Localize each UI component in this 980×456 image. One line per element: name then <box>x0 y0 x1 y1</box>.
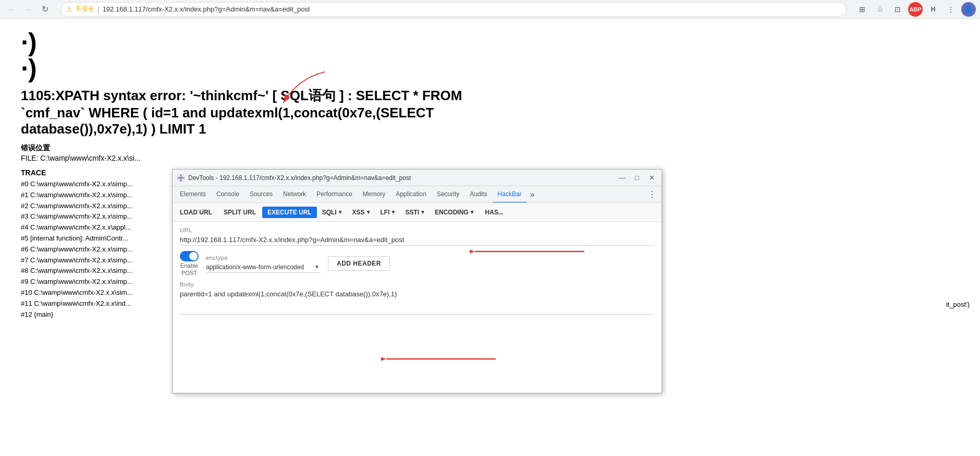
abp-icon[interactable]: ABP <box>908 2 923 17</box>
url-label: URL <box>180 227 654 233</box>
ssti-dropdown[interactable]: SSTI ▼ <box>401 207 430 218</box>
lfi-arrow: ▼ <box>391 209 396 215</box>
back-button[interactable]: ← <box>4 2 19 17</box>
devtools-logo <box>177 174 185 182</box>
xss-arrow: ▼ <box>366 209 371 215</box>
body-section: Body parentid=1 and updatexml(1,concat(0… <box>180 281 654 388</box>
sqli-dropdown[interactable]: SQLI ▼ <box>318 207 347 218</box>
smiley-line2: ·) <box>21 55 959 81</box>
enctype-arrow-icon: ▼ <box>313 264 321 270</box>
tab-application[interactable]: Application <box>390 186 432 203</box>
enable-label: Enable <box>180 262 198 269</box>
devtools-tabs: Elements Console Sources Network Perform… <box>173 186 662 203</box>
tab-security[interactable]: Security <box>432 186 464 203</box>
devtools-titlebar: DevTools - 192.168.1.117/cmfx-X2.x.x/ind… <box>173 170 662 186</box>
page-content: ·) ·) 1105:XPATH syntax error: '~thinkcm… <box>0 19 980 456</box>
address-separator: | <box>97 5 100 14</box>
hackbar-toolbar: LOAD URL SPLIT URL EXECUTE URL SQLI ▼ XS… <box>173 203 662 222</box>
smiley-display: ·) ·) <box>21 29 959 81</box>
execute-url-button[interactable]: EXECUTE URL <box>262 207 317 218</box>
post-label: POST <box>181 270 197 276</box>
devtools-minimize-button[interactable]: — <box>617 172 628 184</box>
qr-icon[interactable]: ⊞ <box>855 2 869 17</box>
hackbar-icon[interactable]: H <box>926 2 940 17</box>
address-text[interactable]: 192.168.1.117/cmfx-X2.x.x/index.php?g=Ad… <box>103 5 841 13</box>
browser-titlebar: ← → ↻ ⚠ 不安全 | 192.168.1.117/cmfx-X2.x.x/… <box>0 0 980 19</box>
tab-audits[interactable]: Audits <box>464 186 492 203</box>
enctype-label: enctype <box>206 255 321 261</box>
tab-elements[interactable]: Elements <box>175 186 211 203</box>
ssti-arrow: ▼ <box>420 209 425 215</box>
tab-network[interactable]: Network <box>278 186 311 203</box>
enable-post-toggle-container: Enable POST <box>180 251 199 276</box>
refresh-button[interactable]: ↻ <box>38 2 52 17</box>
split-url-button[interactable]: SPLIT URL <box>218 207 261 218</box>
hash-button[interactable]: HAS... <box>480 207 509 218</box>
tab-memory[interactable]: Memory <box>358 186 390 203</box>
insecure-label: 不安全 <box>76 5 94 14</box>
tab-console[interactable]: Console <box>211 186 244 203</box>
url-input[interactable] <box>180 234 654 246</box>
smiley-line1: ·) <box>21 29 959 55</box>
enctype-section: enctype application/x-www-form-urlencode… <box>206 255 321 273</box>
enctype-select-wrapper: application/x-www-form-urlencoded multip… <box>206 262 321 273</box>
post-section: Enable POST enctype application/x-www-fo… <box>180 251 654 276</box>
more-icon[interactable]: ⋮ <box>944 2 958 17</box>
devtools-close-button[interactable]: ✕ <box>646 172 657 184</box>
encoding-dropdown[interactable]: ENCODING ▼ <box>431 207 479 218</box>
add-header-button[interactable]: ADD HEADER <box>328 256 390 271</box>
tab-performance[interactable]: Performance <box>311 186 358 203</box>
load-url-button[interactable]: LOAD URL <box>175 207 217 218</box>
address-bar[interactable]: ⚠ 不安全 | 192.168.1.117/cmfx-X2.x.x/index.… <box>60 2 847 17</box>
lfi-dropdown[interactable]: LFI ▼ <box>376 207 400 218</box>
url-section: URL <box>180 227 654 246</box>
forward-button[interactable]: → <box>21 2 35 17</box>
nav-buttons: ← → ↻ <box>4 2 52 17</box>
xss-dropdown[interactable]: XSS ▼ <box>348 207 375 218</box>
sqli-arrow: ▼ <box>338 209 343 215</box>
browser-window: ← → ↻ ⚠ 不安全 | 192.168.1.117/cmfx-X2.x.x/… <box>0 0 980 456</box>
tab-hackbar[interactable]: HackBar <box>493 186 527 203</box>
bookmark-icon[interactable]: ☆ <box>873 2 887 17</box>
hackbar-content: URL Enable <box>173 222 662 393</box>
enctype-select[interactable]: application/x-www-form-urlencoded multip… <box>206 262 313 272</box>
encoding-arrow: ▼ <box>470 209 475 215</box>
tab-sources[interactable]: Sources <box>244 186 278 203</box>
profile-icon[interactable]: 👤 <box>961 2 976 17</box>
devtools-menu-button[interactable]: ⋮ <box>645 187 659 202</box>
devtools-restore-button[interactable]: □ <box>631 172 643 184</box>
body-input[interactable]: parentid=1 and updatexml(1,concat(0x7e,(… <box>180 289 654 315</box>
trailing-text: it_post') <box>946 301 970 308</box>
security-icon: ⚠ <box>66 5 72 13</box>
devtools-panel: DevTools - 192.168.1.117/cmfx-X2.x.x/ind… <box>172 169 662 393</box>
enable-post-toggle[interactable] <box>180 251 199 261</box>
svg-point-3 <box>180 177 182 179</box>
tab-more-button[interactable]: » <box>527 190 538 199</box>
error-title: 1105:XPATH syntax error: '~thinkcmf~' [ … <box>21 87 490 137</box>
browser-toolbar-right: ⊞ ☆ ⊡ ABP H ⋮ 👤 <box>855 2 976 17</box>
extensions-icon[interactable]: ⊡ <box>890 2 905 17</box>
error-location-value: FILE: C:\wamp\www\cmfx-X2.x.x\si... <box>21 154 959 162</box>
error-location-label: 错误位置 <box>21 143 959 153</box>
body-label: Body <box>180 281 654 287</box>
devtools-title: DevTools - 192.168.1.117/cmfx-X2.x.x/ind… <box>188 174 614 182</box>
